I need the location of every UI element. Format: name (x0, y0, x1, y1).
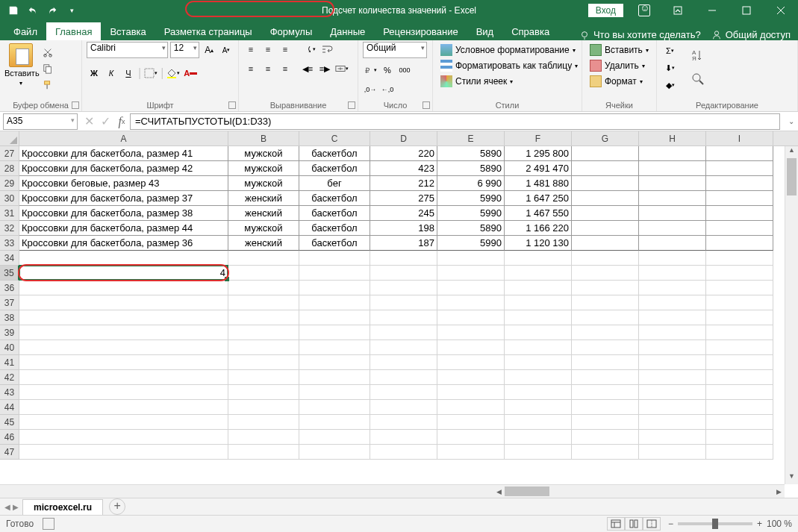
cell[interactable] (299, 266, 370, 281)
cell[interactable] (572, 340, 639, 355)
cell[interactable] (19, 415, 228, 430)
expand-formula-icon[interactable]: ⌄ (785, 117, 798, 125)
cell[interactable] (299, 310, 370, 325)
cell[interactable] (19, 340, 228, 355)
cell[interactable]: 1 467 550 (505, 206, 572, 221)
align-right-icon[interactable]: ≡ (278, 61, 293, 76)
cell[interactable] (505, 400, 572, 415)
cell[interactable] (706, 355, 773, 370)
page-break-view-icon[interactable] (643, 517, 661, 531)
percent-icon[interactable]: % (380, 63, 395, 78)
cell[interactable] (706, 415, 773, 430)
row-header[interactable]: 45 (0, 415, 19, 430)
cell[interactable] (706, 221, 773, 236)
cell[interactable] (572, 266, 639, 281)
cell[interactable]: Кроссовки для баскетбола, размер 44 (19, 221, 228, 236)
cell[interactable]: 5890 (437, 161, 505, 176)
thousands-icon[interactable]: 000 (397, 63, 412, 78)
cell[interactable] (572, 146, 639, 161)
cell[interactable] (437, 310, 505, 325)
align-dialog-icon[interactable] (348, 101, 355, 109)
cell[interactable]: 6 990 (437, 176, 505, 191)
cell[interactable]: 5990 (437, 206, 505, 221)
cell[interactable]: женский (228, 191, 299, 206)
cell[interactable] (370, 340, 437, 355)
cell[interactable] (572, 430, 639, 445)
font-name-combo[interactable]: Calibri (87, 42, 168, 58)
cell[interactable] (505, 445, 572, 460)
cell[interactable] (437, 400, 505, 415)
cell[interactable] (639, 415, 706, 430)
cell[interactable]: баскетбол (299, 236, 370, 251)
format-as-table-button[interactable]: Форматировать как таблицу▾ (437, 59, 581, 72)
cell[interactable] (228, 325, 299, 340)
cell[interactable]: Кроссовки для баскетбола, размер 37 (19, 191, 228, 206)
cell[interactable] (19, 355, 228, 370)
tab-рецензирование[interactable]: Рецензирование (374, 22, 467, 40)
cell[interactable] (639, 221, 706, 236)
undo-icon[interactable] (24, 1, 42, 19)
cell[interactable] (706, 445, 773, 460)
decrease-font-icon[interactable]: A▾ (219, 43, 234, 57)
paste-button[interactable]: Вставить ▾ (4, 42, 37, 87)
increase-font-icon[interactable]: A▴ (202, 43, 216, 57)
cell[interactable] (370, 370, 437, 385)
cell[interactable] (228, 281, 299, 295)
cell[interactable] (437, 445, 505, 460)
close-icon[interactable] (764, 0, 798, 21)
cell[interactable] (370, 400, 437, 415)
cell[interactable] (639, 310, 706, 325)
cell[interactable] (706, 281, 773, 295)
cell[interactable] (639, 146, 706, 161)
cell[interactable] (505, 340, 572, 355)
cell[interactable] (706, 430, 773, 445)
orientation-icon[interactable]: ⤹▾ (303, 42, 318, 57)
sort-filter-icon[interactable]: AЯ (688, 45, 708, 66)
cell[interactable] (572, 325, 639, 340)
increase-decimal-icon[interactable]: ,0→ (363, 82, 378, 97)
cell[interactable]: 5890 (437, 221, 505, 236)
cell[interactable] (228, 445, 299, 460)
cell[interactable] (437, 340, 505, 355)
cell[interactable]: 187 (370, 236, 437, 251)
cell[interactable]: 4 (19, 266, 228, 281)
cell[interactable] (572, 221, 639, 236)
font-color-icon[interactable]: A (183, 66, 198, 81)
row-header[interactable]: 47 (0, 445, 19, 460)
cell[interactable]: баскетбол (299, 146, 370, 161)
cell[interactable] (572, 385, 639, 400)
enter-formula-icon[interactable]: ✓ (97, 113, 113, 130)
row-header[interactable]: 37 (0, 295, 19, 310)
cell[interactable] (505, 370, 572, 385)
tab-данные[interactable]: Данные (321, 22, 374, 40)
cell[interactable]: баскетбол (299, 161, 370, 176)
cell[interactable] (370, 310, 437, 325)
cell[interactable] (706, 310, 773, 325)
macro-record-icon[interactable] (43, 518, 54, 530)
cell[interactable] (706, 161, 773, 176)
cell[interactable] (706, 266, 773, 281)
cell[interactable] (706, 176, 773, 191)
select-all-corner[interactable] (0, 131, 19, 145)
cell[interactable] (299, 385, 370, 400)
italic-button[interactable]: К (104, 66, 119, 81)
page-layout-view-icon[interactable] (625, 517, 643, 531)
cell[interactable] (706, 400, 773, 415)
col-header-B[interactable]: B (228, 131, 299, 145)
cell[interactable] (505, 415, 572, 430)
cell[interactable]: 245 (370, 206, 437, 221)
qat-customize-icon[interactable]: ▾ (63, 1, 81, 19)
col-header-F[interactable]: F (505, 131, 572, 145)
zoom-in-icon[interactable]: + (757, 519, 762, 529)
cell[interactable] (639, 191, 706, 206)
add-sheet-icon[interactable]: + (109, 498, 125, 515)
fill-color-icon[interactable]: ▾ (166, 66, 181, 81)
cell[interactable] (437, 266, 505, 281)
row-header[interactable]: 41 (0, 355, 19, 370)
decrease-decimal-icon[interactable]: ←,0 (380, 82, 395, 97)
hscroll-thumb[interactable] (505, 486, 549, 496)
cell[interactable] (228, 415, 299, 430)
cell[interactable] (370, 445, 437, 460)
cell[interactable] (639, 295, 706, 310)
cut-icon[interactable] (40, 45, 55, 60)
